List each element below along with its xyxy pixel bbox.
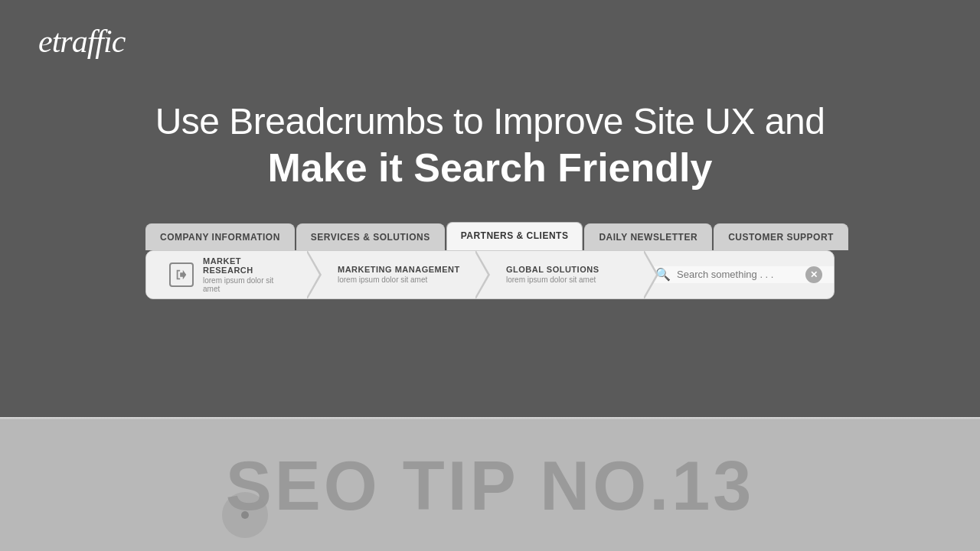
breadcrumb-item-marketing-management[interactable]: MARKETING MANAGEMENT lorem ipsum dolor s… <box>307 251 475 298</box>
tab-services[interactable]: SERVICES & SOLUTIONS <box>296 223 445 250</box>
breadcrumb-title-market: MARKET RESEARCH <box>203 256 292 275</box>
tabs-row: COMPANY INFORMATION SERVICES & SOLUTIONS… <box>145 222 835 250</box>
top-section: etraffic Use Breadcrumbs to Improve Site… <box>0 0 980 417</box>
headline-bottom: Make it Search Friendly <box>155 144 825 191</box>
logo: etraffic <box>38 23 125 60</box>
logo-text: etraffic <box>38 24 125 59</box>
search-area[interactable]: 🔍 ✕ <box>644 266 834 283</box>
tab-partners[interactable]: PARTNERS & CLIENTS <box>446 222 583 250</box>
breadcrumb-sub-market: lorem ipsum dolor sit amet <box>203 276 292 293</box>
breadcrumb-item-global-solutions[interactable]: GLOBAL SOLUTIONS lorem ipsum dolor sit a… <box>475 251 644 298</box>
tab-newsletter[interactable]: DAILY NEWSLETTER <box>584 223 712 250</box>
breadcrumb-text-global: GLOBAL SOLUTIONS lorem ipsum dolor sit a… <box>506 265 599 284</box>
tab-support[interactable]: CUSTOMER SUPPORT <box>714 223 848 250</box>
search-clear-button[interactable]: ✕ <box>805 266 822 283</box>
breadcrumb-bar: MARKET RESEARCH lorem ipsum dolor sit am… <box>145 250 835 299</box>
breadcrumb-sub-mgmt: lorem ipsum dolor sit amet <box>338 276 460 284</box>
tab-company[interactable]: COMPANY INFORMATION <box>145 223 295 250</box>
breadcrumb-text-market: MARKET RESEARCH lorem ipsum dolor sit am… <box>203 256 292 293</box>
bullet-inner <box>241 511 249 519</box>
bottom-section: SEO TIP NO.13 <box>0 419 980 551</box>
nav-area: COMPANY INFORMATION SERVICES & SOLUTIONS… <box>145 222 835 299</box>
headline-area: Use Breadcrumbs to Improve Site UX and M… <box>155 99 825 191</box>
headline-top: Use Breadcrumbs to Improve Site UX and <box>155 99 825 144</box>
login-icon <box>175 268 188 282</box>
breadcrumb-text-mgmt: MARKETING MANAGEMENT lorem ipsum dolor s… <box>338 265 460 284</box>
breadcrumb-item-market-research[interactable]: MARKET RESEARCH lorem ipsum dolor sit am… <box>146 251 307 298</box>
breadcrumb-sub-global: lorem ipsum dolor sit amet <box>506 276 599 284</box>
search-input[interactable] <box>677 269 805 280</box>
bullet-decoration <box>222 492 268 538</box>
breadcrumb-title-mgmt: MARKETING MANAGEMENT <box>338 265 460 274</box>
seo-tip-text: SEO TIP NO.13 <box>226 447 755 526</box>
market-research-icon <box>169 262 194 287</box>
breadcrumb-title-global: GLOBAL SOLUTIONS <box>506 265 599 274</box>
